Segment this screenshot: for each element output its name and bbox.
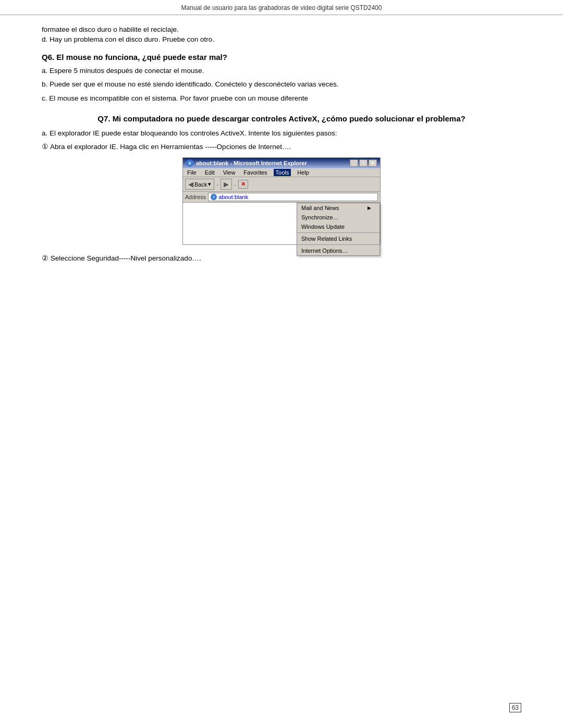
ie-browser-icon: e: [186, 159, 193, 167]
separator1: -: [216, 181, 218, 188]
intro-line2: d. Hay un problema con el disco duro. Pr…: [42, 35, 521, 43]
ie-browser-window: e about:blank - Microsoft Internet Explo…: [182, 157, 381, 245]
ie-title-left: e about:blank - Microsoft Internet Explo…: [186, 159, 307, 167]
back-button[interactable]: ◀ Back ▾: [185, 179, 214, 190]
page-icon: e: [211, 194, 217, 200]
ie-content-area: Mail and News ▶ Synchronize… Windows Upd…: [183, 203, 380, 244]
q6-answer-c: c. El mouse es incompatible con el siste…: [42, 93, 521, 104]
synchronize-label: Synchronize…: [301, 214, 339, 220]
menu-show-related-links[interactable]: Show Related Links: [297, 234, 380, 243]
ie-window-controls: _ □ ✕: [350, 159, 377, 167]
back-dropdown-icon: ▾: [208, 181, 211, 188]
q6-answer-b: b. Puede ser que el mouse no esté siendo…: [42, 79, 521, 90]
internet-options-label: Internet Options…: [301, 248, 348, 254]
q7-heading: Q7. Mi computadora no puede descargar co…: [42, 114, 521, 123]
stop-button[interactable]: ✕: [238, 180, 248, 189]
dropdown-separator1: [297, 232, 380, 233]
ie-menubar: File Edit View Favorites Tools Help: [183, 168, 380, 177]
forward-arrow-icon: ▶: [224, 180, 229, 188]
menu-windows-update[interactable]: Windows Update: [297, 222, 380, 231]
menu-view[interactable]: View: [221, 169, 238, 176]
address-value: about:blank: [218, 194, 248, 200]
forward-button[interactable]: ▶: [221, 179, 232, 190]
q6-answer-a: a. Espere 5 minutos después de conectar …: [42, 66, 521, 76]
page-number: 63: [509, 703, 521, 712]
q7-intro: a. El explorador IE puede estar bloquean…: [42, 128, 521, 139]
close-button[interactable]: ✕: [369, 159, 377, 167]
dropdown-separator2: [297, 244, 380, 245]
header-text: Manual de usuario para las grabadoras de…: [181, 4, 382, 11]
intro-line1: formatee el disco duro o habilite el rec…: [42, 26, 521, 33]
menu-edit[interactable]: Edit: [203, 169, 217, 176]
windows-update-label: Windows Update: [301, 224, 345, 230]
ie-title-text: about:blank - Microsoft Internet Explore…: [196, 160, 307, 166]
back-label: Back: [194, 181, 207, 188]
address-field[interactable]: e about:blank: [208, 193, 378, 201]
menu-favorites[interactable]: Favorites: [241, 169, 269, 176]
separator2: -: [234, 181, 236, 188]
mail-and-news-label: Mail and News: [301, 205, 339, 211]
show-related-links-label: Show Related Links: [301, 236, 352, 242]
menu-synchronize[interactable]: Synchronize…: [297, 213, 380, 222]
ie-toolbar: ◀ Back ▾ - ▶ - ✕: [183, 177, 380, 192]
address-label: Address: [185, 194, 206, 200]
page-container: Manual de usuario para las grabadoras de…: [0, 0, 563, 728]
q6-heading: Q6. El mouse no funciona, ¿qué puede est…: [42, 53, 521, 61]
maximize-button[interactable]: □: [359, 159, 368, 167]
submenu-arrow-icon: ▶: [368, 205, 371, 211]
menu-internet-options[interactable]: Internet Options…: [297, 246, 380, 255]
menu-file[interactable]: File: [185, 169, 199, 176]
tools-dropdown-menu: Mail and News ▶ Synchronize… Windows Upd…: [297, 203, 380, 256]
ie-title-bar: e about:blank - Microsoft Internet Explo…: [183, 158, 380, 168]
q7-step1: ① Abra el explorador IE. Haga clic en He…: [42, 142, 521, 152]
minimize-button[interactable]: _: [350, 159, 358, 167]
content-area: formatee el disco duro o habilite el rec…: [0, 15, 563, 290]
back-arrow-icon: ◀: [188, 180, 193, 188]
ie-address-bar: Address e about:blank: [183, 192, 380, 203]
menu-mail-and-news[interactable]: Mail and News ▶: [297, 203, 380, 213]
menu-help[interactable]: Help: [295, 169, 311, 176]
menu-tools[interactable]: Tools: [274, 169, 291, 176]
q7-step2: ② Seleccione Seguridad-----Nivel persona…: [42, 253, 521, 264]
page-header: Manual de usuario para las grabadoras de…: [0, 0, 563, 15]
